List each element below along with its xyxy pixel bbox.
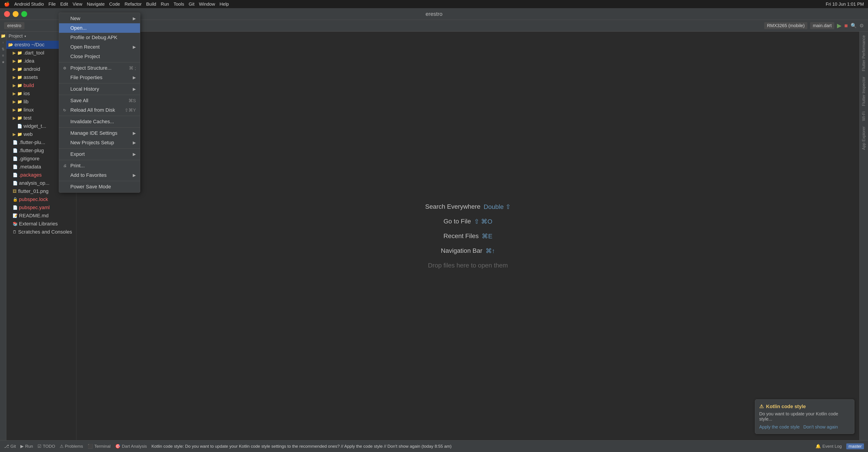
minimize-button[interactable] xyxy=(13,11,19,17)
project-selector[interactable]: erestro xyxy=(4,22,24,29)
wifi-label[interactable]: Wi-Fi xyxy=(861,110,867,123)
folder-icon: ▶ xyxy=(13,91,16,96)
project-label: Project xyxy=(9,33,23,39)
menu-item-close-project[interactable]: Close Project xyxy=(59,52,140,61)
menu-item-project-structure[interactable]: ⚙ Project Structure... ⌘ ; xyxy=(59,63,140,73)
goto-file-label: Go to File xyxy=(443,218,471,225)
file-icon: 📄 xyxy=(13,148,18,153)
apply-code-style-link[interactable]: Apply the code style xyxy=(759,424,800,430)
run-config[interactable]: main.dart xyxy=(810,22,834,29)
search-icon[interactable]: 🔍 xyxy=(850,23,857,29)
mac-menu-build[interactable]: Build xyxy=(146,2,156,7)
open-recent-label: Open Recent xyxy=(70,44,100,50)
external-libraries-item[interactable]: 📚 External Libraries xyxy=(6,220,76,228)
list-item[interactable]: 📄 pubspec.yaml xyxy=(6,203,76,212)
dart-tool-icon: 📁 xyxy=(17,51,22,55)
dart-analysis-item[interactable]: 🎯 Dart Analysis xyxy=(115,444,147,449)
mac-menu-navigate[interactable]: Navigate xyxy=(87,2,105,7)
menu-item-local-history[interactable]: Local History ▶ xyxy=(59,84,140,94)
notif-header: ⚠ Kotlin code style xyxy=(759,403,850,410)
mac-menu-help[interactable]: Help xyxy=(220,2,229,7)
close-button[interactable] xyxy=(4,11,10,17)
menu-item-save-all[interactable]: Save All ⌘S xyxy=(59,96,140,105)
mac-menu-view[interactable]: View xyxy=(72,2,82,7)
maximize-button[interactable] xyxy=(21,11,27,17)
settings-icon[interactable]: ⚙ xyxy=(859,23,864,29)
run-status-item[interactable]: ▶ Run xyxy=(20,444,33,449)
structure-icon[interactable]: ≡ xyxy=(2,54,4,58)
menu-item-add-favorites[interactable]: Add to Favorites ▶ xyxy=(59,170,140,180)
mac-menu-run[interactable]: Run xyxy=(161,2,169,7)
folder-icon: ▶ xyxy=(13,107,16,112)
menu-item-profile-debug[interactable]: Profile or Debug APK xyxy=(59,33,140,42)
menu-item-export[interactable]: Export ▶ xyxy=(59,150,140,159)
tree-root-label: erestro ~/Doc xyxy=(14,42,44,48)
power-save-label: Power Save Mode xyxy=(70,184,111,190)
todo-status-item[interactable]: ☑ TODO xyxy=(37,444,55,449)
menu-item-open-recent[interactable]: Open Recent ▶ xyxy=(59,42,140,52)
run-button[interactable]: ▶ xyxy=(837,22,841,29)
file-props-arrow: ▶ xyxy=(133,75,136,80)
search-everywhere-keys: Double ⇧ xyxy=(484,203,511,211)
event-log-item[interactable]: 🔔 Event Log xyxy=(815,444,842,449)
profile-label: Profile or Debug APK xyxy=(70,35,117,40)
reload-icon: ↻ xyxy=(63,108,68,112)
menu-item-print[interactable]: 🖨 Print... xyxy=(59,161,140,170)
flutter-inspector-label[interactable]: Flutter Inspector xyxy=(861,75,867,108)
android-icon: 📁 xyxy=(17,67,22,72)
mac-top-bar: 🍎 Android Studio File Edit View Navigate… xyxy=(0,0,868,8)
menu-item-file-props[interactable]: File Properties ▶ xyxy=(59,73,140,82)
menu-item-reload-disk[interactable]: ↻ Reload All from Disk ⇧⌘Y xyxy=(59,105,140,115)
menu-item-new-projects-setup[interactable]: New Projects Setup ▶ xyxy=(59,138,140,148)
build-icon: 📁 xyxy=(17,83,22,88)
manage-ide-arrow: ▶ xyxy=(133,131,136,136)
file-menu-dropdown: New ▶ Open... Profile or Debug APK Open … xyxy=(59,13,140,193)
apple-icon[interactable]: 🍎 xyxy=(4,1,10,7)
menu-item-power-save[interactable]: Power Save Mode xyxy=(59,182,140,192)
device-selector[interactable]: RMX3265 (mobile) xyxy=(764,22,807,29)
lock-icon: 🔒 xyxy=(13,197,18,202)
list-item[interactable]: 📝 README.md xyxy=(6,212,76,220)
folder-icon: ▶ xyxy=(13,132,16,137)
app-name[interactable]: Android Studio xyxy=(14,2,44,7)
menu-item-open[interactable]: Open... xyxy=(59,23,140,33)
linux-icon: 📁 xyxy=(17,107,22,112)
mac-status-area: Fri 10 Jun 1:01 PM xyxy=(826,2,864,7)
mac-menu-refactor[interactable]: Refactor xyxy=(125,2,142,7)
problems-label: Problems xyxy=(65,444,83,449)
terminal-status-item[interactable]: ⬛ Terminal xyxy=(88,444,111,449)
git-label: Git xyxy=(10,444,16,449)
pull-requests-icon[interactable]: ⇅ xyxy=(2,47,4,51)
new-label: New xyxy=(70,15,80,22)
list-item[interactable]: 🔒 pubspec.lock xyxy=(6,195,76,203)
menu-item-manage-ide[interactable]: Manage IDE Settings ▶ xyxy=(59,128,140,138)
mac-menu-window[interactable]: Window xyxy=(199,2,215,7)
notif-actions: Apply the code style Don't show again xyxy=(759,424,850,430)
dont-show-again-link[interactable]: Don't show again xyxy=(803,424,838,430)
branch-badge[interactable]: master xyxy=(846,443,864,449)
mac-menu-code[interactable]: Code xyxy=(109,2,120,7)
app-explorer-label[interactable]: App Explorer xyxy=(861,125,867,152)
mac-menu-file[interactable]: File xyxy=(49,2,56,7)
stop-button[interactable]: ■ xyxy=(844,22,848,29)
scratches-item[interactable]: 🗒 Scratches and Consoles xyxy=(6,228,76,236)
dart-icon: 🎯 xyxy=(115,444,121,449)
clock: Fri 10 Jun 1:01 PM xyxy=(826,2,864,7)
test-icon: 📁 xyxy=(17,116,22,121)
problems-status-item[interactable]: ⚠ Problems xyxy=(60,444,83,449)
git-status-item[interactable]: ⎇ Git xyxy=(4,444,16,449)
project-icon[interactable]: 📁 xyxy=(1,33,6,38)
menu-item-invalidate-caches[interactable]: Invalidate Caches... xyxy=(59,117,140,126)
proj-struct-shortcut: ⌘ ; xyxy=(129,65,136,71)
menu-item-new[interactable]: New ▶ xyxy=(59,14,140,23)
project-dropdown-icon[interactable]: ▾ xyxy=(24,34,26,38)
favorites-icon[interactable]: ★ xyxy=(2,60,5,64)
mac-menu-git[interactable]: Git xyxy=(189,2,194,7)
commit-icon[interactable]: ↑ xyxy=(2,41,4,45)
mac-menu-edit[interactable]: Edit xyxy=(60,2,68,7)
drop-hint: Drop files here to open them xyxy=(428,262,508,269)
flutter-performance-label[interactable]: Flutter Performance xyxy=(861,33,867,73)
divider5 xyxy=(59,127,140,128)
local-history-arrow: ▶ xyxy=(133,87,136,92)
mac-menu-tools[interactable]: Tools xyxy=(174,2,184,7)
